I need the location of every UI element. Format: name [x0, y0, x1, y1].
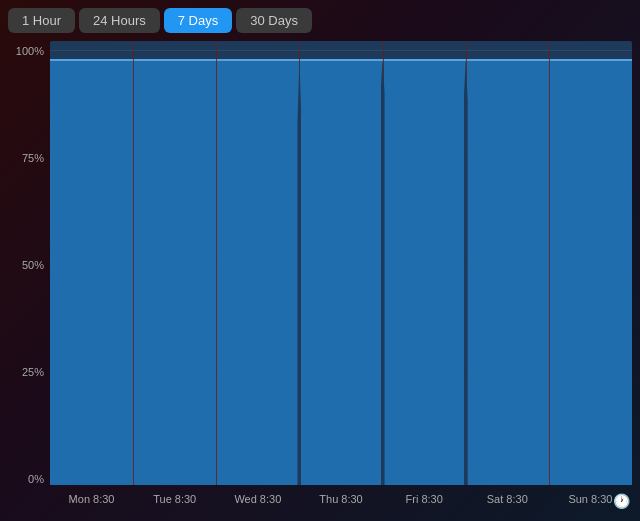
x-label: Fri 8:30 — [406, 493, 443, 505]
tab-btn-7days[interactable]: 7 Days — [164, 8, 232, 33]
tab-btn-1hour[interactable]: 1 Hour — [8, 8, 75, 33]
y-label: 75% — [8, 152, 50, 164]
top-line — [50, 59, 632, 61]
data-fill — [50, 59, 632, 485]
vline-6 — [549, 41, 550, 485]
dip-2 — [381, 59, 385, 485]
y-label: 0% — [8, 473, 50, 485]
x-label: Tue 8:30 — [153, 493, 196, 505]
y-label: 50% — [8, 259, 50, 271]
toolbar: 1 Hour24 Hours7 Days30 Days — [8, 8, 632, 33]
x-label: Thu 8:30 — [319, 493, 362, 505]
x-label: Sun 8:30 — [568, 493, 612, 505]
tab-btn-30days[interactable]: 30 Days — [236, 8, 312, 33]
x-label: Sat 8:30 — [487, 493, 528, 505]
chart-area: Mon 8:30Tue 8:30Wed 8:30Thu 8:30Fri 8:30… — [50, 41, 632, 513]
grid-line-100 — [50, 50, 632, 51]
y-axis: 100%75%50%25%0% — [8, 41, 50, 513]
y-label: 100% — [8, 45, 50, 57]
vline-2 — [216, 41, 217, 485]
tab-btn-24hours[interactable]: 24 Hours — [79, 8, 160, 33]
chart-plot — [50, 41, 632, 485]
vline-1 — [133, 41, 134, 485]
x-axis: Mon 8:30Tue 8:30Wed 8:30Thu 8:30Fri 8:30… — [50, 485, 632, 513]
x-label: Wed 8:30 — [234, 493, 281, 505]
clock-icon: 🕐 — [613, 493, 630, 509]
dip-1 — [297, 59, 301, 485]
dip-3 — [464, 59, 468, 485]
x-label: Mon 8:30 — [69, 493, 115, 505]
chart-container: 100%75%50%25%0% Mon 8:30 — [8, 41, 632, 513]
y-label: 25% — [8, 366, 50, 378]
